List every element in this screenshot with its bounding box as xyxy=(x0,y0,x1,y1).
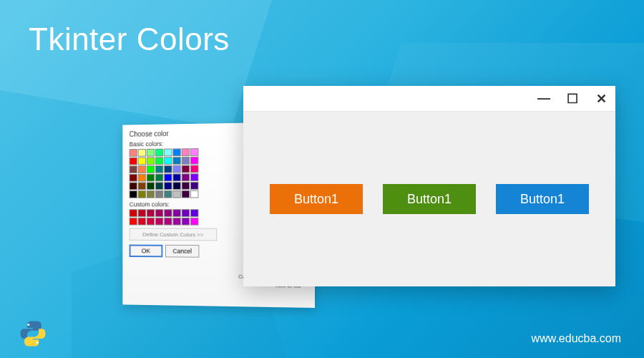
color-swatch[interactable] xyxy=(172,218,180,226)
color-swatch[interactable] xyxy=(138,174,146,182)
color-swatch[interactable] xyxy=(138,190,146,198)
color-swatch[interactable] xyxy=(130,174,137,182)
color-swatch[interactable] xyxy=(155,209,163,217)
color-swatch[interactable] xyxy=(164,157,172,165)
titlebar: — ☐ ✕ xyxy=(243,86,615,112)
color-swatch[interactable] xyxy=(164,182,172,190)
color-swatch[interactable] xyxy=(164,148,172,156)
color-swatch[interactable] xyxy=(155,218,163,226)
color-swatch[interactable] xyxy=(190,157,198,165)
color-swatch[interactable] xyxy=(182,182,190,190)
color-swatch[interactable] xyxy=(155,190,163,198)
color-swatch[interactable] xyxy=(138,209,146,217)
basic-colors-grid[interactable] xyxy=(130,148,200,198)
color-swatch[interactable] xyxy=(147,190,155,198)
color-swatch[interactable] xyxy=(147,182,155,190)
color-swatch[interactable] xyxy=(155,149,163,157)
color-swatch[interactable] xyxy=(182,148,190,156)
bg-decoration xyxy=(0,0,272,129)
svg-point-0 xyxy=(27,324,29,326)
color-swatch[interactable] xyxy=(138,149,146,157)
color-swatch[interactable] xyxy=(172,190,180,198)
ok-button[interactable]: OK xyxy=(130,245,163,258)
color-swatch[interactable] xyxy=(182,218,190,226)
close-icon[interactable]: ✕ xyxy=(587,86,615,112)
tkinter-window: — ☐ ✕ Button1 Button1 Button1 xyxy=(243,86,615,286)
button-green[interactable]: Button1 xyxy=(383,184,476,214)
color-swatch[interactable] xyxy=(138,218,146,226)
color-swatch[interactable] xyxy=(147,165,155,173)
color-swatch[interactable] xyxy=(147,218,155,226)
color-swatch[interactable] xyxy=(172,173,180,181)
color-swatch[interactable] xyxy=(130,149,137,157)
color-swatch[interactable] xyxy=(130,158,137,165)
define-custom-colors-button[interactable]: Define Custom Colors >> xyxy=(130,228,218,241)
color-swatch[interactable] xyxy=(130,183,137,190)
color-swatch[interactable] xyxy=(130,165,137,173)
color-swatch[interactable] xyxy=(130,209,137,217)
color-swatch[interactable] xyxy=(164,218,172,226)
color-swatch[interactable] xyxy=(164,174,172,182)
site-url: www.educba.com xyxy=(532,332,621,345)
color-swatch[interactable] xyxy=(190,218,198,226)
color-swatch[interactable] xyxy=(147,174,155,182)
color-swatch[interactable] xyxy=(172,209,180,217)
color-swatch[interactable] xyxy=(155,174,163,182)
color-swatch[interactable] xyxy=(182,157,190,165)
button-blue[interactable]: Button1 xyxy=(496,184,589,214)
color-swatch[interactable] xyxy=(147,149,155,157)
color-swatch[interactable] xyxy=(190,173,198,181)
color-swatch[interactable] xyxy=(155,165,163,173)
color-swatch[interactable] xyxy=(190,148,198,156)
color-swatch[interactable] xyxy=(190,165,198,173)
button-orange[interactable]: Button1 xyxy=(270,184,363,214)
color-swatch[interactable] xyxy=(138,182,146,190)
color-swatch[interactable] xyxy=(182,190,190,198)
color-swatch[interactable] xyxy=(130,190,137,198)
custom-colors-grid[interactable] xyxy=(130,209,200,226)
color-swatch[interactable] xyxy=(138,165,146,173)
color-swatch[interactable] xyxy=(164,190,172,198)
cancel-button[interactable]: Cancel xyxy=(165,245,199,258)
color-swatch[interactable] xyxy=(155,157,163,165)
python-logo-icon xyxy=(19,319,47,348)
color-swatch[interactable] xyxy=(190,182,198,190)
color-swatch[interactable] xyxy=(190,190,198,198)
color-swatch[interactable] xyxy=(182,209,190,217)
color-swatch[interactable] xyxy=(172,165,180,173)
color-swatch[interactable] xyxy=(172,148,180,156)
color-swatch[interactable] xyxy=(164,209,172,217)
page-title: Tkinter Colors xyxy=(29,21,230,57)
color-swatch[interactable] xyxy=(172,157,180,165)
color-swatch[interactable] xyxy=(172,182,180,190)
color-swatch[interactable] xyxy=(182,165,190,173)
color-swatch[interactable] xyxy=(190,209,198,217)
color-swatch[interactable] xyxy=(138,158,146,165)
color-swatch[interactable] xyxy=(130,218,137,226)
svg-point-1 xyxy=(36,342,39,344)
color-swatch[interactable] xyxy=(147,157,155,165)
color-swatch[interactable] xyxy=(164,165,172,173)
window-body: Button1 Button1 Button1 xyxy=(243,112,615,286)
maximize-icon[interactable]: ☐ xyxy=(558,86,587,112)
color-swatch[interactable] xyxy=(182,173,190,181)
color-swatch[interactable] xyxy=(155,182,163,190)
minimize-icon[interactable]: — xyxy=(530,86,558,112)
color-swatch[interactable] xyxy=(147,209,155,217)
